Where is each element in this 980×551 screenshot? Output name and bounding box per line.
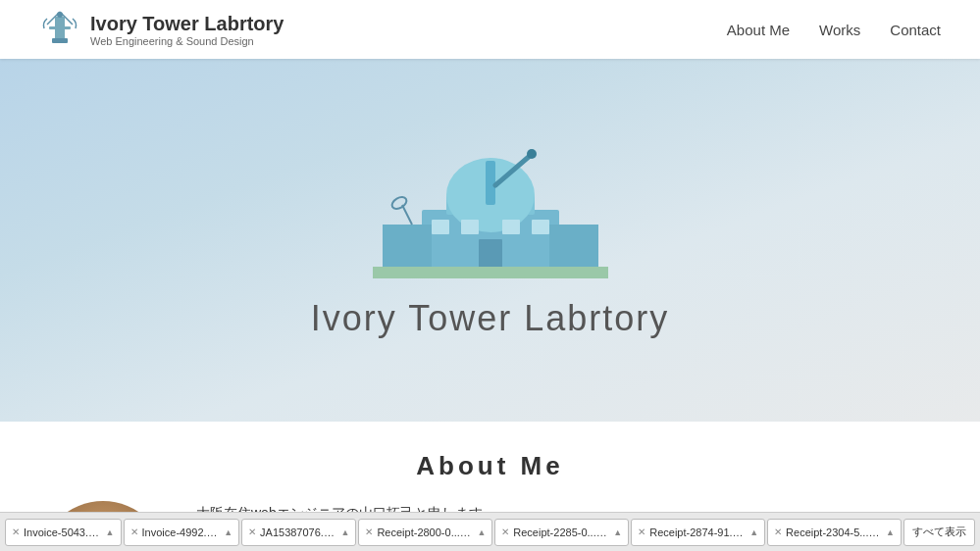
nav-about-me[interactable]: About Me — [727, 22, 790, 38]
logo-text: Ivory Tower Labrtory Web Engineering & S… — [90, 12, 284, 47]
hero-title: Ivory Tower Labrtory — [311, 298, 669, 339]
svg-rect-1 — [49, 26, 71, 29]
svg-rect-5 — [52, 38, 68, 43]
expand-icon-2[interactable]: ▲ — [341, 527, 350, 537]
observatory-illustration — [373, 141, 608, 278]
svg-rect-11 — [486, 161, 495, 205]
hero-content: Ivory Tower Labrtory — [311, 141, 669, 339]
close-icon-2[interactable]: ✕ — [248, 526, 256, 537]
taskbar-item-4[interactable]: ✕ Receipt-2285-0....pdf ▲ — [494, 519, 629, 546]
nav-contact[interactable]: Contact — [890, 22, 941, 38]
expand-icon-1[interactable]: ▲ — [224, 527, 232, 537]
taskbar-item-5[interactable]: ✕ Receipt-2874-91....pdf ▲ — [631, 519, 765, 546]
logo-area: Ivory Tower Labrtory Web Engineering & S… — [39, 9, 284, 50]
taskbar-item-6[interactable]: ✕ Receipt-2304-5....pdf ▲ — [767, 519, 902, 546]
close-icon-0[interactable]: ✕ — [12, 526, 20, 537]
svg-rect-16 — [502, 220, 520, 234]
taskbar-label-3: Receipt-2800-0....pdf — [377, 526, 473, 538]
svg-line-19 — [402, 205, 412, 225]
logo-title: Ivory Tower Labrtory — [90, 12, 284, 35]
expand-icon-4[interactable]: ▲ — [613, 527, 622, 537]
nav-works[interactable]: Works — [819, 22, 860, 38]
close-icon-3[interactable]: ✕ — [365, 526, 373, 537]
taskbar-label-4: Receipt-2285-0....pdf — [513, 526, 609, 538]
close-icon-4[interactable]: ✕ — [501, 526, 509, 537]
taskbar-label-0: Invoice-5043.pdf — [24, 526, 102, 538]
expand-icon-5[interactable]: ▲ — [749, 527, 758, 537]
svg-rect-7 — [383, 225, 432, 269]
svg-point-20 — [389, 195, 408, 212]
taskbar-label-6: Receipt-2304-5....pdf — [786, 526, 882, 538]
expand-icon-0[interactable]: ▲ — [106, 527, 115, 537]
main-nav: About Me Works Contact — [727, 22, 941, 38]
taskbar-label-2: JA15387076.pdf — [260, 526, 336, 538]
taskbar-label-5: Receipt-2874-91....pdf — [649, 526, 746, 538]
taskbar: ✕ Invoice-5043.pdf ▲ ✕ Invoice-4992.pdf … — [0, 512, 980, 551]
svg-rect-14 — [432, 220, 449, 234]
about-heading: About Me — [39, 451, 941, 481]
svg-rect-17 — [532, 220, 549, 234]
expand-icon-6[interactable]: ▲ — [886, 527, 895, 537]
logo-subtitle: Web Engineering & Sound Design — [90, 35, 284, 47]
logo-icon — [39, 9, 80, 50]
svg-rect-18 — [479, 239, 502, 269]
taskbar-item-2[interactable]: ✕ JA15387076.pdf ▲ — [241, 519, 356, 546]
svg-point-13 — [527, 149, 537, 159]
close-icon-6[interactable]: ✕ — [774, 526, 782, 537]
hero-section: Ivory Tower Labrtory — [0, 59, 980, 422]
svg-rect-15 — [461, 220, 479, 234]
taskbar-label-1: Invoice-4992.pdf — [142, 526, 221, 538]
taskbar-item-3[interactable]: ✕ Receipt-2800-0....pdf ▲ — [358, 519, 492, 546]
svg-rect-21 — [373, 267, 608, 278]
expand-icon-3[interactable]: ▲ — [477, 527, 486, 537]
taskbar-item-0[interactable]: ✕ Invoice-5043.pdf ▲ — [5, 519, 122, 546]
svg-rect-8 — [549, 225, 598, 269]
header: Ivory Tower Labrtory Web Engineering & S… — [0, 0, 980, 59]
taskbar-item-1[interactable]: ✕ Invoice-4992.pdf ▲ — [124, 519, 240, 546]
show-all-label: すべて表示 — [912, 525, 966, 539]
show-all-button[interactable]: すべて表示 — [903, 519, 975, 546]
close-icon-1[interactable]: ✕ — [130, 526, 138, 537]
close-icon-5[interactable]: ✕ — [638, 526, 645, 537]
